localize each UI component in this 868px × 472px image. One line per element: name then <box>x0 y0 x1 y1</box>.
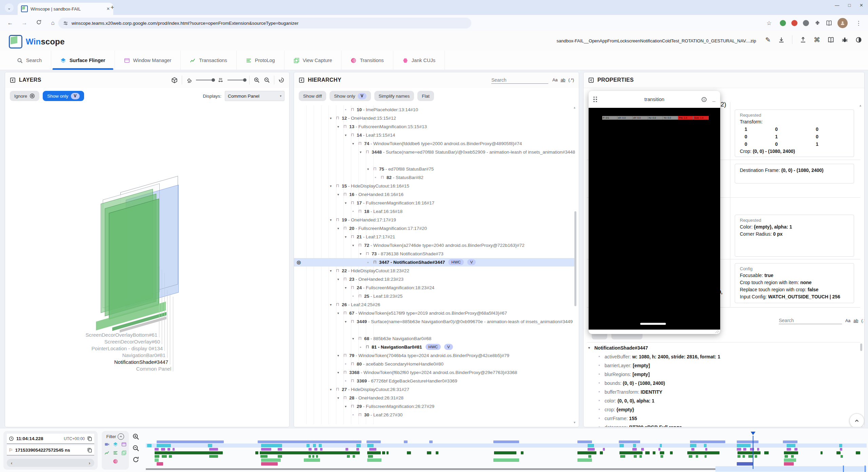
trace-entry-surface-flinger[interactable] <box>261 444 282 447</box>
reload-icon[interactable] <box>33 19 44 27</box>
property-node-currframe-[interactable]: •currFrame: 155 <box>584 414 857 423</box>
scrollbar-thumb[interactable] <box>574 211 576 306</box>
trace-entry-screen-recording[interactable] <box>577 440 592 443</box>
expand-arrow-icon[interactable]: ▾ <box>330 114 336 122</box>
minimize-overlay-icon[interactable]: _ <box>712 96 715 102</box>
trace-entry-protolog[interactable] <box>748 455 753 458</box>
expand-arrow-icon[interactable]: ▾ <box>330 385 336 394</box>
trace-entry-protolog[interactable] <box>841 455 843 458</box>
omnibox[interactable]: winscope.teams.x20web.corp.google.com/pr… <box>58 18 471 28</box>
trace-entry-transactions[interactable] <box>255 451 258 454</box>
show-only-v-chip[interactable]: Show only V <box>43 91 84 101</box>
documentation-icon[interactable] <box>828 37 834 43</box>
trace-entry-protolog[interactable] <box>347 455 350 458</box>
hierarchy-node-23[interactable]: ▾⊓23 - OneHanded:18:23#23 <box>294 275 575 283</box>
trace-entry-protolog[interactable] <box>755 455 757 458</box>
trace-entry-surface-flinger[interactable] <box>307 444 310 447</box>
hierarchy-node-29[interactable]: ▾⊓29 - FullscreenMagnification:26:27#29 <box>294 402 575 411</box>
hierarchy-node-13[interactable]: ▾⊓13 - FullscreenMagnification:15:15#13 <box>294 122 575 131</box>
trace-entry-window-manager[interactable] <box>309 448 312 451</box>
hierarchy-node-80[interactable]: •⊓80 - ace6abb SecondaryHomeHandle0#80 <box>294 360 575 368</box>
trace-entry-screen-recording[interactable] <box>493 440 519 443</box>
expand-arrow-icon[interactable]: ▾ <box>330 300 336 309</box>
hierarchy-node-73[interactable]: ▾⊓73 - 8736138 NotificationShade#73 <box>294 250 575 258</box>
trace-entry-window-manager[interactable] <box>161 448 165 451</box>
match-case-button[interactable]: Aa <box>845 318 850 323</box>
trace-entry-protolog[interactable] <box>209 455 218 458</box>
property-node-bounds-[interactable]: •bounds: (0, 0) - (1080, 2400) <box>584 379 857 388</box>
hierarchy-node-14[interactable]: ▾⊓14 - Leaf:15:15#14 <box>294 131 575 139</box>
trace-entry-window-manager[interactable] <box>320 448 322 451</box>
hierarchy-node-15[interactable]: ▾⊓15 - HideDisplayCutout:16:16#15 <box>294 182 575 190</box>
timeline-reset-icon[interactable] <box>132 456 139 463</box>
layers-3d-canvas[interactable]: ScreenDecorOverlayBottom#61ScreenDecorOv… <box>5 104 289 427</box>
hierarchy-node-3447[interactable]: ◎•⊓3447 - NotificationShade#3447HWCV <box>294 258 575 267</box>
reset-view-icon[interactable] <box>278 77 284 83</box>
trace-entry-window-manager[interactable] <box>658 448 660 451</box>
trace-entry-view-capture[interactable] <box>784 458 796 462</box>
trace-entry-surface-flinger[interactable] <box>660 444 662 447</box>
chip-show-only[interactable]: Show onlyV <box>330 91 371 101</box>
hierarchy-node-68[interactable]: ▾⊓68 - 885b63e NavigationBar0#68 <box>294 334 575 343</box>
trace-entry-window-manager[interactable] <box>705 448 707 451</box>
filter-chart-icon[interactable] <box>104 450 110 457</box>
bookmark-star-icon[interactable]: ☆ <box>764 20 774 27</box>
trace-tab-transitions[interactable]: Transitions <box>341 51 393 70</box>
trace-tab-protolog[interactable]: ProtoLog <box>237 51 284 70</box>
extensions-puzzle-icon[interactable] <box>814 20 821 26</box>
trace-entry-surface-flinger[interactable] <box>839 444 842 447</box>
hierarchy-node-25[interactable]: •⊓25 - Leaf:18:23#25 <box>294 292 575 300</box>
trace-entry-transactions[interactable] <box>687 451 720 454</box>
collapse-properties-button[interactable] <box>849 413 864 427</box>
expand-arrow-icon[interactable]: ▾ <box>330 182 336 190</box>
hierarchy-node-72[interactable]: ▾⊓72 - WindowToken{a2746de type=2040 and… <box>294 241 575 250</box>
forward-icon[interactable]: → <box>19 20 30 26</box>
trace-tab-search[interactable]: Search <box>7 51 51 70</box>
zoom-in-icon[interactable] <box>254 77 260 83</box>
property-node-blurregions-[interactable]: •blurRegions: [empty] <box>584 370 857 379</box>
trace-entry-transactions[interactable] <box>836 451 841 454</box>
trace-entry-protolog[interactable] <box>620 455 625 458</box>
expand-arrow-icon[interactable]: ▾ <box>345 131 351 139</box>
trace-entry-protolog[interactable] <box>660 455 664 458</box>
trace-entry-screen-recording[interactable] <box>619 440 640 443</box>
window-minimize-icon[interactable]: — <box>835 3 839 8</box>
new-tab-button[interactable]: + <box>111 4 114 11</box>
hierarchy-node-30[interactable]: •⊓30 - Leaf:26:27#30 <box>294 411 575 419</box>
expand-arrow-icon[interactable]: ▾ <box>345 199 351 207</box>
trace-entry-screen-recording[interactable] <box>367 440 381 443</box>
trace-entry-window-manager[interactable] <box>314 448 317 451</box>
hierarchy-node-74[interactable]: ▾⊓74 - WindowToken{fdddbe6 type=2000 and… <box>294 139 575 148</box>
browser-menu-icon[interactable]: ⋮ <box>853 20 864 27</box>
trace-entry-screen-recording[interactable] <box>690 440 725 443</box>
property-node-activebuffer-[interactable]: •activeBuffer: w: 1080, h: 2400, stride:… <box>584 352 857 361</box>
trace-entry-window-manager[interactable] <box>750 448 754 451</box>
trace-entry-window-manager[interactable] <box>167 448 171 451</box>
trace-entry-transactions[interactable] <box>764 451 769 454</box>
trace-entry-transactions[interactable] <box>494 451 516 454</box>
trace-entry-transactions[interactable] <box>521 451 524 454</box>
hierarchy-node-3368[interactable]: ▾⊓3368 - WindowToken{f6b2f60 type=2024 a… <box>294 368 575 377</box>
hierarchy-node-82[interactable]: •⊓82 - StatusBar#82 <box>294 173 575 182</box>
trace-entry-window-manager[interactable] <box>757 448 759 451</box>
property-node-color-[interactable]: •color: (0, 0, 0), alpha: 1 <box>584 396 857 405</box>
hierarchy-node-75[interactable]: ▾⊓75 - ed70f88 StatusBar#75 <box>294 165 575 173</box>
layer-label[interactable]: Common Panel <box>136 366 171 372</box>
scroll-up-icon[interactable]: ▴ <box>574 105 575 109</box>
info-icon[interactable] <box>701 97 707 102</box>
trace-entry-view-capture[interactable] <box>155 458 159 462</box>
browser-tab[interactable]: Winscope | sandbox-FAIL ✕ <box>18 3 113 15</box>
report-bug-icon[interactable] <box>842 37 848 43</box>
match-word-button[interactable]: ab <box>853 318 858 323</box>
expand-arrow-icon[interactable]: ▾ <box>345 402 351 411</box>
trace-entry-protolog[interactable] <box>353 455 355 458</box>
collapse-panel-icon[interactable] <box>588 77 594 83</box>
hierarchy-node-3449[interactable]: ▾⊓3449 - Surface(name=885b63e Navigation… <box>294 317 575 334</box>
filter-list-icon[interactable] <box>113 450 118 457</box>
trace-entry-transactions[interactable] <box>600 451 603 454</box>
timeline-zoom-in-icon[interactable] <box>132 433 139 440</box>
overlay-titlebar[interactable]: transition _ <box>589 91 720 108</box>
3d-view-icon[interactable] <box>171 77 178 83</box>
trace-entry-window-manager[interactable] <box>840 448 842 451</box>
expand-arrow-icon[interactable]: ▾ <box>588 343 594 352</box>
